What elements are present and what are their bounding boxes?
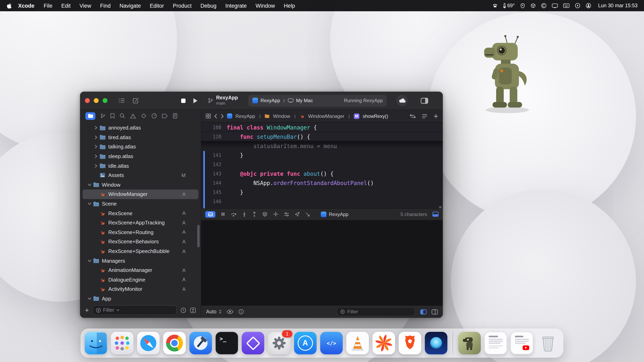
breakpoint-arrow-icon[interactable] [305,212,311,217]
test-navigator-tab[interactable] [141,113,146,119]
dock-design-app[interactable] [242,332,264,354]
stop-button[interactable] [181,98,186,103]
console-pane-toggle-icon[interactable] [432,309,438,314]
tree-item-rexscene[interactable]: RexSceneA [82,209,198,218]
issue-navigator-tab[interactable] [130,113,136,118]
sidebar-scrollbar[interactable] [197,225,200,247]
console-scope-selector[interactable]: Auto [206,309,222,315]
simulate-location-icon[interactable] [295,212,300,217]
dock-rexy-image[interactable] [458,332,481,354]
chevron-down-icon[interactable] [86,297,92,300]
user-circle-icon[interactable] [586,3,591,8]
tree-item-annoyed-atlas[interactable]: annoyed.atlas [82,123,198,132]
dock-finder[interactable] [85,332,107,354]
menu-app-name[interactable]: Xcode [18,2,34,9]
report-navigator-tab[interactable] [173,113,178,119]
cloud-button[interactable] [396,95,408,106]
line-number[interactable]: 147 [201,208,226,208]
dock-brave[interactable] [399,332,421,354]
chevron-right-icon[interactable] [93,136,98,139]
add-editor-icon[interactable] [434,114,438,118]
line-number[interactable]: 141 [201,152,226,158]
tree-item-dialogueengine[interactable]: DialogueEngineA [82,275,198,284]
source-editor[interactable]: 108final class WindowManager {120 func s… [201,123,443,208]
chevron-right-icon[interactable] [93,154,98,158]
memory-graph-icon[interactable] [273,212,278,217]
dock-developer-docs[interactable]: </> [320,332,343,354]
code-line-147[interactable]: 147 // MARK: — Rexy Display [201,206,443,208]
inspector-toggle-icon[interactable] [420,97,428,104]
chevron-down-icon[interactable] [86,202,92,205]
code-line-145[interactable]: 145 } [201,187,443,197]
dock-blue-device-app[interactable] [425,332,448,354]
code-line-146[interactable]: 146 [201,197,443,206]
tree-item-rexscene-behaviors[interactable]: RexScene+BehaviorsA [82,237,198,246]
debug-session-app[interactable]: RexyApp [321,211,348,217]
step-over-icon[interactable] [231,212,237,217]
step-into-icon[interactable] [242,212,247,217]
tree-item-tired-atlas[interactable]: tired.atlas [82,132,198,142]
menu-editor[interactable]: Editor [150,2,164,9]
tree-item-animationmanager[interactable]: AnimationManagerA [82,266,198,275]
tree-item-assets[interactable]: AssetsM [82,171,198,180]
dock-vlc[interactable] [346,332,369,354]
tree-item-talking-atlas[interactable]: talking.atlas [82,142,198,151]
dock-chrome[interactable] [163,332,186,354]
related-items-icon[interactable] [206,113,211,119]
eye-icon[interactable] [226,309,233,314]
menu-window[interactable]: Window [256,2,275,9]
dock-app-store[interactable]: A [294,332,316,354]
code-line-143[interactable]: 143 @objc private func about() { [201,169,443,178]
tree-item-app[interactable]: App [82,294,198,303]
dock-terminal[interactable]: >_ [216,332,238,354]
menu-navigate[interactable]: Navigate [120,2,141,9]
code-line[interactable]: statusBarItem.menu = menu [201,141,443,150]
menu-edit[interactable]: Edit [62,2,71,9]
tree-item-idle-atlas[interactable]: idle.atlas [82,161,198,171]
breadcrumb-file[interactable]: WindowManager [308,113,344,119]
filter-options-icon[interactable] [190,307,196,313]
scheme-selector[interactable]: RexyApp ❭ My Mac Running RexyApp [248,95,387,106]
code-line-120[interactable]: 120 func setupMenuBar() { [201,132,443,141]
tree-item-activitymonitor[interactable]: ActivityMonitorA [82,284,198,294]
dock-launchpad[interactable] [111,332,134,354]
menu-help[interactable]: Help [284,2,295,9]
line-number[interactable]: 145 [201,189,226,195]
tree-item-scene[interactable]: Scene [82,199,198,209]
dock-system-settings[interactable]: 1 [268,332,290,354]
view-hierarchy-icon[interactable] [262,212,268,217]
menu-file[interactable]: File [44,2,52,9]
code-line-144[interactable]: 144 NSApp.orderFrontStandardAboutPanel() [201,178,443,187]
forward-button[interactable] [220,114,224,118]
chevron-right-icon[interactable] [93,126,98,130]
tree-item-rexscene-apptracking[interactable]: RexScene+AppTrackingA [82,218,198,227]
apple-menu[interactable] [6,2,12,9]
bookmark-navigator-tab[interactable] [110,113,115,119]
source-control-navigator-tab[interactable] [100,113,106,119]
zoom-window-button[interactable] [103,98,108,103]
code-line-108[interactable]: 108final class WindowManager { [201,123,443,132]
dock-trash[interactable] [537,332,559,354]
debug-navigator-tab[interactable] [151,113,157,119]
info-icon[interactable] [238,309,244,315]
debug-area-toggle[interactable] [205,211,215,217]
project-status[interactable]: RexyApp main [208,95,238,106]
temperature-status[interactable]: 69° [503,3,515,8]
keyboard-icon[interactable] [563,3,570,8]
back-button[interactable] [214,114,217,118]
tree-item-rexscene-routing[interactable]: RexScene+RoutingA [82,227,198,237]
menu-clock[interactable]: Lun 30 mar 15:53 [598,3,638,8]
play-circle-icon[interactable] [575,3,580,8]
breadcrumb-project[interactable]: RexyApp [236,113,255,119]
c-circle-icon[interactable] [541,3,546,8]
run-button[interactable] [193,97,198,104]
chevron-down-icon[interactable] [86,183,92,186]
menu-debug[interactable]: Debug [200,2,216,9]
find-navigator-tab[interactable] [120,113,125,119]
pause-icon[interactable] [220,212,226,217]
dock-pinwheel-app[interactable] [372,332,395,354]
breakpoint-navigator-tab[interactable] [162,113,168,118]
variables-pane-toggle-icon[interactable] [420,309,427,314]
line-number[interactable]: 146 [201,199,226,204]
dock-xcode[interactable] [190,332,212,354]
